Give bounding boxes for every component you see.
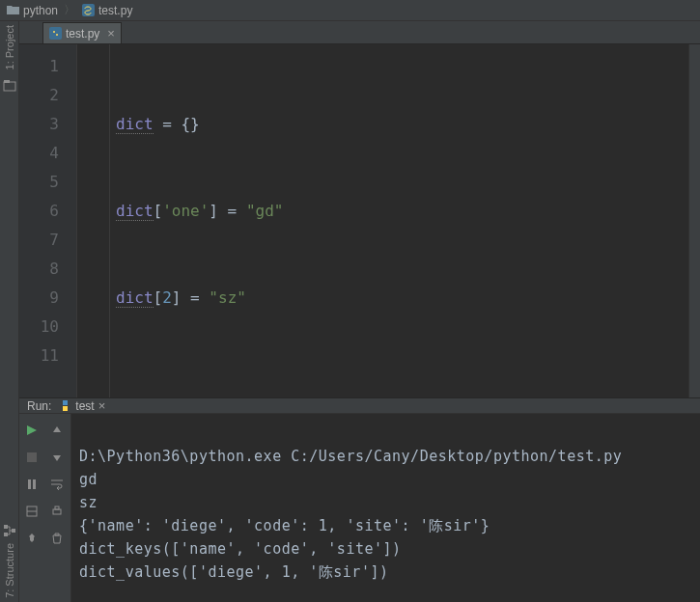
line-number: 1 <box>19 52 59 81</box>
run-config-label: test <box>75 399 94 413</box>
run-header: Run: test × <box>19 398 700 414</box>
layout-button[interactable] <box>23 503 41 520</box>
trash-button[interactable] <box>48 530 66 547</box>
svg-rect-1 <box>4 82 15 91</box>
editor-scrollbar[interactable] <box>688 44 700 397</box>
chevron-right-icon: 〉 <box>64 2 75 18</box>
run-tool-window: Run: test × <box>19 397 700 602</box>
output-line: gd <box>79 471 98 488</box>
python-icon <box>59 399 71 412</box>
svg-rect-6 <box>49 27 62 40</box>
line-number: 4 <box>19 139 59 168</box>
editor-gutter: 1 2 3 4 5 6 7 8 9 10 11 <box>19 44 77 397</box>
step-up-button[interactable] <box>48 422 66 439</box>
close-tab-button[interactable]: × <box>107 27 115 40</box>
line-number: 8 <box>19 255 59 284</box>
output-line: dict_keys(['name', 'code', 'site']) <box>79 540 402 558</box>
stop-button[interactable] <box>23 449 41 466</box>
run-label: Run: <box>27 399 51 413</box>
run-config-tab[interactable]: test × <box>59 398 105 413</box>
editor-tab-bar: test.py × <box>19 21 700 44</box>
run-toolbar <box>19 414 71 602</box>
tool-window-bar-bottom-left: 7: Structure <box>0 397 19 602</box>
python-file-icon <box>81 4 95 17</box>
output-line: D:\Python36\python.exe C:/Users/Cany/Des… <box>79 448 622 465</box>
line-number: 7 <box>19 226 59 255</box>
folder-icon <box>6 4 19 17</box>
svg-rect-5 <box>12 529 15 533</box>
line-number: 5 <box>19 168 59 197</box>
line-number: 9 <box>19 284 59 313</box>
svg-rect-10 <box>28 479 31 489</box>
rerun-button[interactable] <box>23 422 41 439</box>
soft-wrap-button[interactable] <box>48 476 66 493</box>
svg-rect-11 <box>33 479 36 489</box>
breadcrumb-file[interactable]: test.py <box>98 4 132 17</box>
close-run-tab-button[interactable]: × <box>98 398 106 413</box>
svg-point-8 <box>56 34 58 36</box>
tool-window-bar-left: 1: Project <box>0 21 19 397</box>
svg-rect-4 <box>4 533 8 536</box>
pause-button[interactable] <box>23 476 41 493</box>
python-file-icon <box>49 27 62 40</box>
svg-rect-15 <box>55 506 59 509</box>
svg-rect-14 <box>53 509 61 514</box>
step-down-button[interactable] <box>48 449 66 466</box>
project-icon <box>3 79 16 93</box>
line-number: 2 <box>19 81 59 110</box>
structure-icon <box>3 524 16 537</box>
editor-code[interactable]: dict = {} dict['one'] = "gd" dict[2] = "… <box>110 44 688 397</box>
line-number: 6 <box>19 197 59 226</box>
breadcrumb: python 〉 test.py <box>0 0 700 21</box>
editor-tab-label: test.py <box>66 27 99 41</box>
line-number: 10 <box>19 313 59 342</box>
structure-tool-tab[interactable]: 7: Structure <box>4 543 15 598</box>
svg-rect-9 <box>27 452 37 462</box>
project-tool-tab[interactable]: 1: Project <box>4 25 15 69</box>
output-line: {'name': 'diege', 'code': 1, 'site': '陈s… <box>79 517 490 534</box>
editor[interactable]: 1 2 3 4 5 6 7 8 9 10 11 dict = {} dict['… <box>19 44 700 397</box>
output-line: sz <box>79 494 98 511</box>
svg-rect-2 <box>4 80 10 83</box>
breadcrumb-folder[interactable]: python <box>23 4 58 17</box>
svg-point-7 <box>53 31 55 33</box>
pin-button[interactable] <box>23 530 41 547</box>
svg-rect-3 <box>4 525 8 529</box>
output-line: dict_values(['diege', 1, '陈sir']) <box>79 563 388 581</box>
editor-indent-guide <box>77 44 110 397</box>
line-number: 11 <box>19 342 59 370</box>
run-output[interactable]: D:\Python36\python.exe C:/Users/Cany/Des… <box>71 414 700 602</box>
print-button[interactable] <box>48 503 66 520</box>
line-number: 3 <box>19 110 59 139</box>
editor-tab[interactable]: test.py × <box>42 22 122 43</box>
